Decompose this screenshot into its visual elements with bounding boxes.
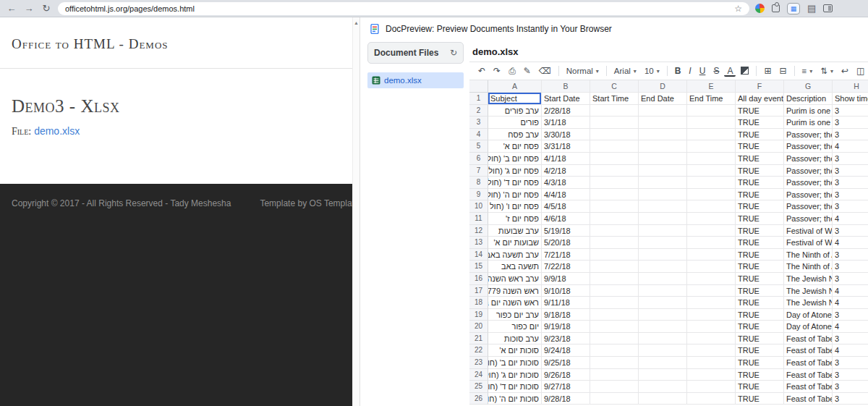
cell-D25[interactable]: [639, 381, 687, 393]
cell-E13[interactable]: [687, 237, 736, 249]
cell-C10[interactable]: [590, 200, 639, 213]
cell-A17[interactable]: ראש השנה 5779: [488, 285, 542, 297]
cell-B23[interactable]: 9/25/18: [542, 357, 590, 369]
cell-E1[interactable]: End Time: [687, 93, 736, 105]
cell-B13[interactable]: 5/20/18: [542, 237, 590, 249]
cell-G2[interactable]: Purim is one of t: [784, 105, 833, 117]
cell-A16[interactable]: ערב ראש השנה: [488, 273, 542, 285]
cell-H13[interactable]: 4: [833, 237, 868, 249]
cell-E24[interactable]: [687, 369, 736, 381]
row-header-4[interactable]: 4: [469, 129, 488, 141]
cell-H6[interactable]: 3: [833, 153, 868, 165]
extensions-puzzle-icon[interactable]: [772, 4, 780, 12]
text-wrap-icon[interactable]: ↩: [838, 65, 851, 77]
cell-H26[interactable]: 3: [833, 393, 868, 405]
cell-A1[interactable]: Subject: [488, 93, 542, 105]
cell-A2[interactable]: ערב פורים: [488, 105, 542, 117]
cell-C22[interactable]: [590, 344, 639, 357]
cell-H14[interactable]: 3: [833, 249, 868, 261]
cell-A20[interactable]: יום כפור: [488, 321, 542, 333]
cell-format-select[interactable]: Normal▾: [563, 65, 602, 77]
cell-F21[interactable]: TRUE: [736, 333, 784, 345]
row-header-9[interactable]: 9: [469, 189, 488, 201]
col-header-E[interactable]: E: [687, 80, 736, 93]
cell-H4[interactable]: 3: [833, 129, 868, 141]
row-header-22[interactable]: 22: [469, 344, 488, 357]
file-list-item-selected[interactable]: demo.xlsx: [367, 72, 464, 88]
cell-G22[interactable]: Feast of Taberna: [784, 344, 833, 357]
cell-G25[interactable]: Feast of Taberna: [784, 381, 833, 393]
reading-list-icon[interactable]: ▤: [807, 4, 816, 13]
cell-D19[interactable]: [639, 309, 687, 321]
cell-F17[interactable]: TRUE: [736, 285, 784, 297]
cell-E18[interactable]: [687, 297, 736, 309]
merge-cells-icon[interactable]: ⊟: [776, 65, 789, 77]
col-header-B[interactable]: B: [542, 80, 590, 93]
col-header-D[interactable]: D: [639, 80, 687, 93]
cell-H25[interactable]: 3: [833, 381, 868, 393]
cell-C20[interactable]: [590, 321, 639, 333]
address-bar[interactable]: officetohtml.js.org/pages/demos.html ☆: [58, 2, 749, 15]
cell-H1[interactable]: Show time as: [833, 93, 868, 105]
cell-F22[interactable]: TRUE: [736, 344, 784, 357]
cell-A6[interactable]: פסח יום ב' (חול המועד): [488, 153, 542, 165]
italic-button[interactable]: I: [686, 65, 694, 77]
cell-G3[interactable]: Purim is one of t: [784, 117, 833, 129]
cell-G13[interactable]: Festival of Week: [784, 237, 833, 249]
cell-B10[interactable]: 4/5/18: [542, 200, 590, 213]
cell-G17[interactable]: The Jewish New: [784, 285, 833, 297]
cell-C5[interactable]: [590, 140, 639, 153]
cell-E21[interactable]: [687, 333, 736, 345]
cell-G6[interactable]: Passover; the Fe: [784, 153, 833, 165]
cell-C26[interactable]: [590, 393, 639, 405]
row-header-17[interactable]: 17: [469, 285, 488, 297]
cell-C3[interactable]: [590, 117, 639, 129]
cell-C14[interactable]: [590, 249, 639, 261]
row-header-25[interactable]: 25: [469, 381, 488, 393]
cell-D12[interactable]: [639, 225, 687, 237]
reload-icon[interactable]: ↻: [41, 4, 52, 13]
cell-H2[interactable]: 3: [833, 105, 868, 117]
cell-E22[interactable]: [687, 344, 736, 357]
cell-E20[interactable]: [687, 321, 736, 333]
cell-E2[interactable]: [687, 105, 736, 117]
cell-B16[interactable]: 9/9/18: [542, 273, 590, 285]
text-color-button[interactable]: A: [724, 65, 736, 77]
cell-D16[interactable]: [639, 273, 687, 285]
col-header-G[interactable]: G: [784, 80, 833, 93]
cell-F26[interactable]: TRUE: [736, 393, 784, 405]
cell-H8[interactable]: 3: [833, 177, 868, 189]
cell-E23[interactable]: [687, 357, 736, 369]
cell-H11[interactable]: 4: [833, 213, 868, 225]
horizontal-align-select[interactable]: ≡▾: [799, 65, 816, 77]
row-header-1[interactable]: 1: [469, 93, 488, 105]
cell-D8[interactable]: [639, 177, 687, 189]
cell-F12[interactable]: TRUE: [736, 225, 784, 237]
scroll-up-icon[interactable]: ▲: [353, 20, 359, 25]
extension-icon[interactable]: [755, 4, 765, 13]
cell-H23[interactable]: 3: [833, 357, 868, 369]
col-header-F[interactable]: F: [736, 80, 784, 93]
cell-G21[interactable]: Feast of Taberna: [784, 333, 833, 345]
cell-C16[interactable]: [590, 273, 639, 285]
cell-C4[interactable]: [590, 129, 639, 141]
file-name[interactable]: demo.xlsx: [384, 76, 422, 85]
cell-A5[interactable]: פסח יום א': [488, 140, 542, 153]
row-header-18[interactable]: 18: [469, 297, 488, 309]
cell-F14[interactable]: TRUE: [736, 249, 784, 261]
cell-F8[interactable]: TRUE: [736, 177, 784, 189]
footer-template-credit[interactable]: Template by OS Templates: [260, 198, 359, 208]
cell-C9[interactable]: [590, 189, 639, 201]
cell-F11[interactable]: TRUE: [736, 213, 784, 225]
cell-H16[interactable]: 3: [833, 273, 868, 285]
undo-icon[interactable]: ↶: [475, 65, 488, 77]
cell-C11[interactable]: [590, 213, 639, 225]
cell-B26[interactable]: 9/28/18: [542, 393, 590, 405]
redo-icon[interactable]: ↷: [490, 65, 503, 77]
cell-C2[interactable]: [590, 105, 639, 117]
print-icon[interactable]: ⎙: [506, 65, 519, 77]
row-header-13[interactable]: 13: [469, 237, 488, 249]
cell-F9[interactable]: TRUE: [736, 189, 784, 201]
cell-H18[interactable]: 4: [833, 297, 868, 309]
cell-B15[interactable]: 7/22/18: [542, 261, 590, 273]
